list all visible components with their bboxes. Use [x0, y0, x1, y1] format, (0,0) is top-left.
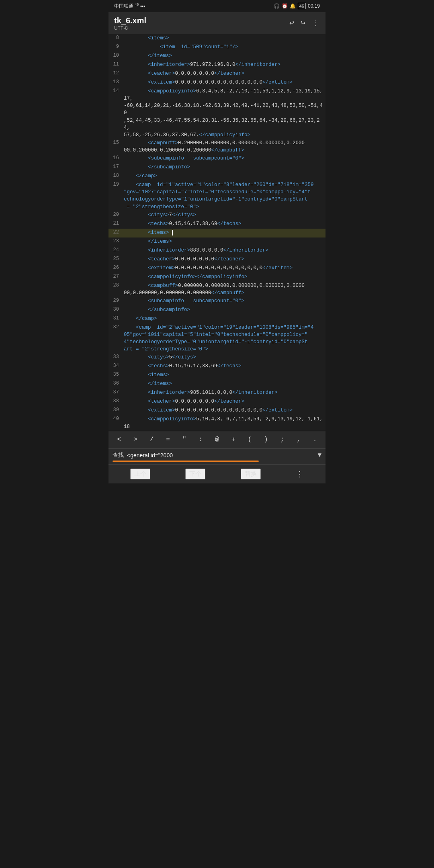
alarm-icon: ⏰: [282, 3, 288, 9]
line-number: 17: [108, 163, 122, 170]
symbol-button[interactable]: ,: [294, 435, 303, 444]
symbol-button[interactable]: ;: [278, 435, 287, 444]
code-line[interactable]: 29 <subcampinfo subcampcount="0">: [108, 297, 326, 306]
line-content: <items>: [122, 229, 326, 237]
code-line[interactable]: 16 <subcampinfo subcampcount="0">: [108, 154, 326, 163]
code-line[interactable]: 9 <item id="509"count="1"/>: [108, 43, 326, 52]
next-button[interactable]: 下个: [185, 469, 205, 479]
code-line[interactable]: 13 <extitem>0,0,0,0,0,0,0,0,0,0,0,0,0,0,…: [108, 78, 326, 87]
symbol-button[interactable]: (: [245, 435, 254, 444]
line-number: 38: [108, 397, 122, 404]
line-content: <citys>5</citys>: [122, 353, 326, 361]
code-line[interactable]: 22 <items>: [108, 229, 326, 237]
symbol-button[interactable]: :: [197, 435, 205, 444]
code-line[interactable]: 28 <campbuff>0.000000,0.000000,0.000000,…: [108, 282, 326, 297]
line-content: <subcampinfo subcampcount="0">: [122, 297, 326, 305]
code-line[interactable]: 34 <techs>0,15,16,17,38,69</techs>: [108, 362, 326, 371]
symbol-button[interactable]: =: [164, 435, 172, 444]
symbol-button[interactable]: ": [180, 435, 189, 444]
code-line[interactable]: 8 <items>: [108, 34, 326, 43]
code-line[interactable]: 40 <camppolicyinfo>5,10,4,8,-6,7,11,3,59…: [108, 415, 326, 430]
symbol-button[interactable]: ): [262, 435, 270, 444]
line-content: <extitem>0,0,0,0,0,0,0,0,0,0,0,0,0,0,0</…: [122, 264, 326, 272]
symbol-button[interactable]: <: [115, 435, 124, 444]
symbol-bar: <>/=":@+();,.: [108, 431, 326, 448]
line-content: <inheritorder>883,0,0,0,0</inheritorder>: [122, 246, 326, 254]
line-number: 27: [108, 273, 122, 280]
code-line[interactable]: 12 <teacher>0,0,0,0,0,0,0</teacher>: [108, 70, 326, 78]
code-line[interactable]: 37 <inheritorder>985,1011,0,0,0</inherit…: [108, 389, 326, 397]
redo-button[interactable]: ↪: [301, 18, 305, 28]
line-number: 10: [108, 52, 122, 59]
line-number: 25: [108, 255, 122, 262]
code-line[interactable]: 27 <camppolicyinfo></camppolicyinfo>: [108, 273, 326, 282]
line-number: 29: [108, 297, 122, 304]
line-content: </items>: [122, 237, 326, 246]
symbol-button[interactable]: >: [131, 435, 140, 444]
line-number: 21: [108, 220, 122, 227]
code-line[interactable]: 19 <camp id="1"active="1"color="8"leader…: [108, 181, 326, 211]
line-number: 20: [108, 211, 122, 218]
code-line[interactable]: 10 </items>: [108, 52, 326, 61]
code-line[interactable]: 32 <camp id="2"active="1"color="19"leade…: [108, 323, 326, 354]
line-number: 11: [108, 61, 122, 68]
bottom-more-icon[interactable]: ⋮: [296, 469, 304, 479]
carrier-signal: 中国联通 46 ▪▪▪: [114, 2, 145, 10]
line-number: 32: [108, 323, 122, 330]
undo-button[interactable]: ↩: [289, 18, 294, 28]
status-right-icons: 🎧 ⏰ 🔔 46 00:19: [274, 3, 320, 9]
code-line[interactable]: 36 </items>: [108, 380, 326, 389]
clock: 00:19: [308, 3, 320, 9]
line-content: </items>: [122, 380, 326, 388]
code-line[interactable]: 15 <campbuff>0.200000,0.000000,0.000000,…: [108, 139, 326, 154]
symbol-button[interactable]: .: [311, 435, 319, 444]
more-options-button[interactable]: ⋮: [312, 18, 320, 28]
symbol-button[interactable]: +: [229, 435, 238, 444]
code-editor[interactable]: 8 <items>9 <item id="509"count="1"/>10 <…: [108, 34, 326, 431]
line-content: </camp>: [122, 315, 326, 323]
app-encoding: UTF-8: [114, 25, 146, 31]
line-content: </subcampinfo>: [122, 306, 326, 314]
code-line[interactable]: 17 </subcampinfo>: [108, 163, 326, 172]
line-number: 23: [108, 237, 122, 244]
code-line[interactable]: 38 <teacher>0,0,0,0,0,0,0</teacher>: [108, 397, 326, 406]
code-line[interactable]: 23 </items>: [108, 237, 326, 246]
code-line[interactable]: 14 <camppolicyinfo>6,3,4,5,8,-2,7,10,-11…: [108, 87, 326, 139]
code-line[interactable]: 33 <citys>5</citys>: [108, 353, 326, 362]
code-line[interactable]: 31 </camp>: [108, 315, 326, 323]
line-number: 14: [108, 87, 122, 94]
code-line[interactable]: 25 <teacher>0,0,0,0,0,0,0</teacher>: [108, 255, 326, 264]
code-line[interactable]: 26 <extitem>0,0,0,0,0,0,0,0,0,0,0,0,0,0,…: [108, 264, 326, 273]
code-line[interactable]: 35 <items>: [108, 371, 326, 380]
search-label: 查找: [113, 452, 124, 459]
prev-button[interactable]: 上个: [130, 469, 150, 479]
code-line[interactable]: 30 </subcampinfo>: [108, 306, 326, 315]
code-line[interactable]: 20 <citys>7</citys>: [108, 211, 326, 220]
battery-indicator: 46: [298, 3, 306, 9]
line-number: 34: [108, 362, 122, 369]
line-number: 9: [108, 43, 122, 50]
symbol-button[interactable]: @: [213, 435, 221, 444]
replace-button[interactable]: 替换: [241, 469, 261, 479]
line-content: <inheritorder>971,972,196,0,0</inheritor…: [122, 61, 326, 69]
line-content: <teacher>0,0,0,0,0,0,0</teacher>: [122, 70, 326, 78]
line-number: 12: [108, 70, 122, 76]
line-content: <subcampinfo subcampcount="0">: [122, 154, 326, 162]
search-input[interactable]: [127, 452, 314, 459]
search-dropdown-icon[interactable]: ▼: [317, 452, 321, 459]
code-line[interactable]: 11 <inheritorder>971,972,196,0,0</inheri…: [108, 61, 326, 70]
headphone-icon: 🎧: [274, 3, 280, 9]
line-number: 26: [108, 264, 122, 271]
code-line[interactable]: 21 <techs>0,15,16,17,38,69</techs>: [108, 220, 326, 229]
line-content: <techs>0,15,16,17,38,69</techs>: [122, 362, 326, 370]
line-number: 16: [108, 154, 122, 161]
code-line[interactable]: 18 </camp>: [108, 172, 326, 181]
code-line[interactable]: 39 <extitem>0,0,0,0,0,0,0,0,0,0,0,0,0,0,…: [108, 406, 326, 415]
notification-icon: 🔔: [290, 3, 296, 9]
line-content: <citys>7</citys>: [122, 211, 326, 219]
code-line[interactable]: 24 <inheritorder>883,0,0,0,0</inheritord…: [108, 246, 326, 255]
line-content: <campbuff>0.200000,0.000000,0.000000,0.0…: [122, 139, 326, 154]
line-number: 33: [108, 353, 122, 360]
symbol-button[interactable]: /: [147, 435, 156, 444]
app-header: tk_6.xml UTF-8 ↩ ↪ ⋮: [108, 12, 326, 34]
